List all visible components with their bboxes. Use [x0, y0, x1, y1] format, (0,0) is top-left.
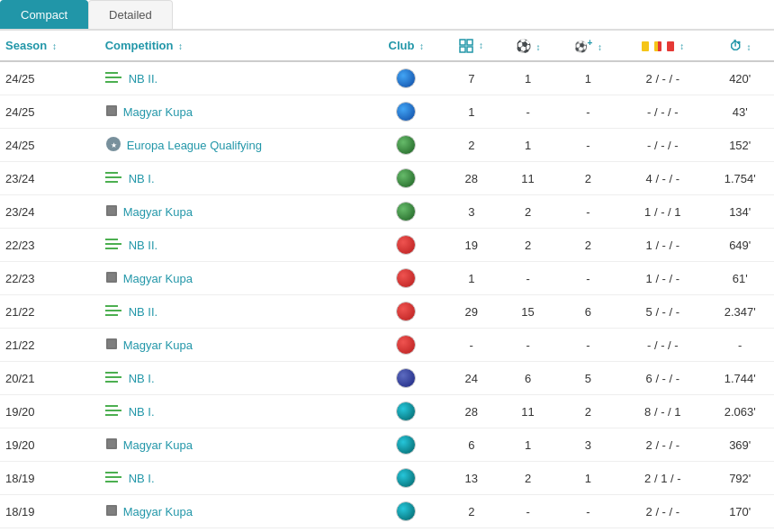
assists-cell: -	[556, 262, 619, 295]
season-cell: 22/23	[0, 229, 100, 262]
appearances-icon	[459, 39, 473, 53]
competition-name-text: Magyar Kupa	[123, 105, 193, 119]
stats-table: Season ↕ Competition ↕ Club ↕ ↕	[0, 31, 774, 528]
competition-type-icon: ★	[105, 136, 122, 155]
assists-cell: -	[556, 329, 619, 362]
appearances-cell: 28	[444, 162, 500, 195]
club-badge	[396, 435, 416, 455]
minutes-cell: 792'	[706, 462, 774, 495]
cards-cell: 2 / - / -	[619, 428, 706, 462]
goals-cell: 2	[500, 229, 557, 262]
assists-cell: 1	[556, 462, 619, 495]
club-cell	[369, 495, 444, 528]
competition-label: Competition	[105, 39, 174, 52]
goals-icon: ⚽	[516, 39, 531, 53]
competition-name-text: NB I.	[129, 372, 155, 385]
club-badge	[396, 135, 416, 155]
club-cell	[369, 329, 444, 362]
table-row: 23/24 NB I. 28 11 2 4 / - / - 1.754'	[0, 162, 774, 195]
competition-cell: Magyar Kupa	[100, 95, 369, 129]
season-label: Season	[5, 39, 47, 52]
minutes-cell: 61'	[706, 262, 774, 295]
competition-cell: NB I.	[100, 462, 369, 495]
table-row: 18/19 Magyar Kupa 2 - - 2 / - / - 170'	[0, 495, 774, 528]
season-cell: 18/19	[0, 495, 100, 528]
appearances-cell: 2	[444, 495, 500, 528]
competition-type-icon	[105, 304, 123, 320]
competition-cell: ★ Europa League Qualifying	[100, 129, 369, 162]
appearances-cell: 7	[444, 61, 500, 95]
sort-icon-assists: ↕	[598, 42, 602, 52]
season-cell: 24/25	[0, 95, 100, 129]
cards-cell: 1 / - / -	[619, 262, 706, 295]
season-cell: 19/20	[0, 395, 100, 428]
header-appearances[interactable]: ↕	[444, 31, 500, 61]
competition-cell: Magyar Kupa	[100, 495, 369, 528]
minutes-cell: 134'	[706, 195, 774, 229]
table-row: 21/22 NB II. 29 15 6 5 / - / - 2.347'	[0, 295, 774, 329]
assists-cell: 2	[556, 395, 619, 428]
euro-icon: ★	[105, 136, 122, 152]
svg-rect-20	[108, 274, 115, 281]
appearances-cell: 6	[444, 428, 500, 462]
club-cell	[369, 428, 444, 462]
header-assists[interactable]: ⚽+ ↕	[556, 31, 619, 61]
cards-cell: 8 / - / 1	[619, 395, 706, 428]
competition-type-icon	[105, 104, 118, 120]
minutes-cell: 152'	[706, 129, 774, 162]
header-minutes[interactable]: ⏱ ↕	[706, 31, 774, 61]
table-row: 23/24 Magyar Kupa 3 2 - 1 / - / 1 134'	[0, 195, 774, 229]
assists-icon: ⚽+	[574, 41, 593, 53]
league-icon	[105, 404, 123, 417]
svg-rect-25	[108, 340, 115, 347]
club-badge	[396, 335, 416, 355]
goals-cell: 11	[500, 162, 557, 195]
club-badge	[396, 68, 416, 88]
season-cell: 24/25	[0, 129, 100, 162]
yellow-card-icon	[642, 41, 649, 51]
competition-cell: Magyar Kupa	[100, 262, 369, 295]
season-cell: 21/22	[0, 295, 100, 329]
table-row: 24/25 Magyar Kupa 1 - - - / - / - 43'	[0, 95, 774, 129]
season-cell: 23/24	[0, 162, 100, 195]
goals-cell: -	[500, 262, 557, 295]
competition-type-icon	[105, 271, 118, 286]
red-card-icon	[667, 41, 674, 51]
competition-type-icon	[105, 437, 118, 453]
svg-rect-38	[108, 507, 115, 514]
assists-cell: -	[556, 95, 619, 129]
competition-name-text: Magyar Kupa	[123, 205, 193, 219]
season-cell: 21/22	[0, 329, 100, 362]
competition-type-icon	[105, 338, 118, 353]
assists-cell: -	[556, 195, 619, 229]
tab-compact[interactable]: Compact	[0, 0, 88, 29]
cards-cell: 6 / - / -	[619, 362, 706, 395]
club-badge	[396, 468, 416, 488]
club-cell	[369, 229, 444, 262]
header-season[interactable]: Season ↕	[0, 31, 100, 61]
header-cards[interactable]: ↕	[619, 31, 706, 61]
competition-type-icon	[105, 504, 118, 519]
season-cell: 19/20	[0, 428, 100, 462]
competition-name-text: NB I.	[129, 405, 155, 419]
club-badge	[396, 302, 416, 321]
cup-icon	[105, 104, 118, 117]
club-cell	[369, 95, 444, 129]
sort-icon-cards: ↕	[680, 41, 684, 51]
competition-cell: NB II.	[100, 229, 369, 262]
competition-name-text: Europa League Qualifying	[127, 139, 262, 152]
header-goals[interactable]: ⚽ ↕	[500, 31, 557, 61]
competition-name-text: NB I.	[129, 172, 155, 185]
svg-rect-8	[108, 107, 115, 114]
competition-type-icon	[105, 371, 123, 386]
assists-cell: -	[556, 495, 619, 528]
cards-cell: 5 / - / -	[619, 295, 706, 329]
cup-icon	[105, 338, 118, 350]
sort-icon-competition: ↕	[178, 41, 183, 51]
competition-name-text: Magyar Kupa	[123, 272, 193, 285]
cup-icon	[105, 437, 118, 450]
tab-detailed[interactable]: Detailed	[88, 0, 173, 29]
svg-rect-2	[460, 47, 465, 52]
header-club[interactable]: Club ↕	[369, 31, 444, 61]
header-competition[interactable]: Competition ↕	[100, 31, 369, 61]
